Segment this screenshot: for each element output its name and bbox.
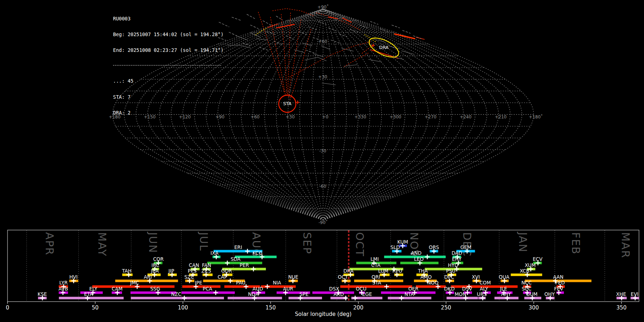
radiant-cross-marker xyxy=(296,101,299,104)
constellation-line xyxy=(321,46,330,49)
map-latitude-label: -60 xyxy=(319,184,326,189)
meteor-trail-gray xyxy=(263,21,271,25)
shower-peak-cross-ege xyxy=(353,296,357,301)
shower-label-irc: IRC xyxy=(151,262,159,268)
meteor-streak xyxy=(395,34,415,39)
x-axis-tick-label: 100 xyxy=(178,304,188,311)
shower-label-szc: SZC xyxy=(184,274,194,280)
shower-label-dra: DRA xyxy=(343,268,354,274)
shower-label-lmi: LMI xyxy=(371,256,379,262)
shower-bar-kcg xyxy=(235,256,277,258)
shower-label-and: AND xyxy=(411,250,421,256)
shower-label-kse: KSE xyxy=(38,291,47,297)
shower-bar-sta xyxy=(340,286,412,288)
shower-label-pau: PAU xyxy=(236,280,245,286)
shower-bar-spe xyxy=(288,297,322,299)
map-longitude-label: +330 xyxy=(355,114,366,119)
meteor-trail-gray xyxy=(392,25,400,28)
shower-label-xvi: XVI xyxy=(472,274,480,280)
shower-label-scc: SCC xyxy=(522,286,531,292)
shower-label-sda: SDA xyxy=(230,256,241,262)
meteor-trail-gray xyxy=(331,40,339,43)
month-label: MAY xyxy=(96,232,108,257)
meteor-trail-gray xyxy=(318,21,326,24)
shower-label-dsx: DSX xyxy=(329,286,339,292)
end-time-line: End: 20251008 02:23:27 (sol = 194.71°) xyxy=(113,48,224,53)
shower-label-ixa: IXA xyxy=(210,250,219,256)
shower-bar-jmc xyxy=(92,286,175,288)
shower-label-ocu: OCU xyxy=(356,286,366,292)
shower-label-gdr: GDR xyxy=(221,268,232,274)
shower-label-zcs: ZCS xyxy=(201,268,211,274)
shower-label-dpc: DPC xyxy=(444,274,454,280)
x-axis-tick-label: 0 xyxy=(6,304,9,311)
month-label: JAN xyxy=(517,231,529,253)
shower-bar-mon xyxy=(447,297,478,299)
shower-label-aly: ALY xyxy=(480,286,488,292)
month-label: MAR xyxy=(619,232,632,258)
shower-bar-ipe xyxy=(182,286,220,288)
shower-label-eri: ERI xyxy=(234,244,242,250)
shower-label-cta: CTA xyxy=(371,262,381,268)
meteor-trail-gray xyxy=(286,36,294,39)
shower-label-leo: LEO xyxy=(414,256,424,262)
shower-label-fed: FED xyxy=(555,280,565,286)
shower-bar-nta xyxy=(388,297,431,299)
shower-bar-pca xyxy=(181,292,235,294)
constellation-line xyxy=(236,36,248,40)
shower-label-gem: GEM xyxy=(460,244,472,250)
shower-peak-cross-cap xyxy=(228,279,233,283)
shower-label-cor: COR xyxy=(153,256,164,262)
shower-label-ors: ORS xyxy=(429,244,439,250)
shower-label-xum: XUM xyxy=(525,262,536,268)
shower-label-evi: EVI xyxy=(631,291,639,297)
x-axis-tick-label: 50 xyxy=(92,304,99,311)
meteor-trail-dotted xyxy=(290,29,311,101)
begin-time-line: Beg: 20251007 15:44:02 (sol = 194.28°) xyxy=(113,32,224,37)
shower-label-nda: NDA xyxy=(248,291,259,297)
shower-label-nia: NIA xyxy=(273,280,281,286)
shower-bar-noo xyxy=(416,286,445,288)
shower-label-jip: JIP xyxy=(168,268,174,274)
shower-label-kcg: KCG xyxy=(253,250,263,256)
shower-label-oer: OER xyxy=(408,286,419,292)
shower-label-dsv: DSV xyxy=(462,286,472,292)
map-longitude-label: +60 xyxy=(250,114,259,119)
shower-peak-cross-per xyxy=(251,267,256,272)
map-latitude-label: +60 xyxy=(318,39,327,44)
shower-label-nta: NTA xyxy=(404,291,414,297)
month-label: OCT xyxy=(353,232,366,257)
shower-label-ncc: NCC xyxy=(521,280,532,286)
x-axis-tick-label: 200 xyxy=(353,304,364,311)
month-label: FEB xyxy=(570,232,582,255)
shower-label-qua: QUA xyxy=(499,274,510,280)
shower-label-ecv: ECV xyxy=(533,256,543,262)
shower-label-jea: JEA xyxy=(151,268,159,274)
map-latitude-label: -30 xyxy=(319,148,326,153)
meteor-trail-gray xyxy=(232,17,242,21)
shower-peak-cross-nzc xyxy=(182,296,187,301)
shower-label-pca: PCA xyxy=(203,286,213,292)
plot-canvas: STADRA+90˚-90˚+180+150+120+90+60+30+0+33… xyxy=(0,0,644,322)
shower-peak-cross-pca xyxy=(213,291,218,295)
constellation-line xyxy=(369,59,381,62)
meteor-trail-gray xyxy=(328,28,336,31)
shower-label-fan: FAN xyxy=(202,262,211,268)
meteor-trail-gray xyxy=(243,43,250,46)
month-label: SEP xyxy=(301,232,313,254)
shower-label-can: CAN xyxy=(189,262,199,268)
x-axis-title: Solar longitude (deg) xyxy=(295,311,351,317)
shower-label-ege: EGE xyxy=(362,291,372,297)
shower-peak-cross-sda xyxy=(225,261,230,265)
shower-label-spe: SPE xyxy=(299,291,308,297)
constellation-line xyxy=(313,54,323,57)
x-axis-tick-label: 250 xyxy=(441,304,451,311)
map-pole-label: +90˚ xyxy=(317,4,328,10)
shower-label-ehy: EHY xyxy=(452,256,462,262)
shower-label-ssg: SSG xyxy=(150,286,160,292)
shower-label-pps: PPS xyxy=(188,268,197,274)
month-label: JUN xyxy=(147,231,159,253)
meteor-trail-gray xyxy=(259,47,268,50)
shower-label-psu: PSU xyxy=(446,268,456,274)
meteor-trail-gray xyxy=(306,50,314,53)
